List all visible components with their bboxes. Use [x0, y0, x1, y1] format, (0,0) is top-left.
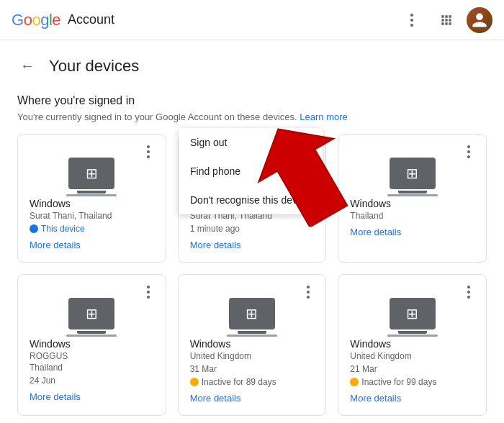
more-details-link-3[interactable]: More details — [350, 227, 474, 237]
device-name-3: Windows — [350, 198, 474, 209]
device-date-4: 24 Jun — [30, 376, 154, 386]
device-laptop-icon-4: ⊞ — [68, 298, 114, 329]
device-name-5: Windows — [190, 338, 315, 350]
device-name-4: Windows — [30, 338, 154, 350]
device-date-5: 31 Mar — [190, 364, 315, 374]
page-content: ← Your devices Where you're signed in Yo… — [0, 40, 504, 423]
device-location-5: United Kingdom — [190, 351, 315, 361]
vertical-dots-icon — [410, 14, 413, 27]
device-icon-wrap-5: ⊞ — [190, 298, 315, 329]
device-badge-1: This device — [30, 224, 154, 234]
windows-logo-6: ⊞ — [406, 305, 418, 322]
device-time-2: 1 minute ago — [190, 224, 315, 234]
device-laptop-icon-3: ⊞ — [390, 158, 436, 189]
page-title: Your devices — [49, 57, 139, 76]
google-logo: Google Account — [12, 11, 114, 29]
device-date-6: 21 Mar — [350, 364, 474, 374]
windows-logo-1: ⊞ — [86, 165, 98, 182]
device-location-6: United Kingdom — [350, 351, 474, 361]
section-desc: You're currently signed in to your Googl… — [17, 112, 487, 122]
vertical-dots-icon — [467, 286, 470, 299]
vertical-dots-icon — [307, 286, 310, 299]
inactive-badge-5: Inactive for 89 days — [190, 377, 315, 387]
back-button[interactable]: ← — [17, 55, 37, 77]
vertical-dots-icon — [147, 145, 150, 158]
device-location-3: Thailand — [350, 211, 474, 221]
windows-logo-5: ⊞ — [246, 305, 258, 322]
learn-more-link[interactable]: Learn more — [300, 112, 347, 122]
context-menu-sign-out[interactable]: Sign out — [179, 128, 323, 157]
device-location-4a: ROGGUS — [30, 351, 154, 361]
section-title: Where you're signed in — [17, 94, 487, 107]
device-icon-wrap-1: ⊞ — [30, 158, 154, 189]
logo-o2: o — [32, 11, 40, 29]
warning-dot-6 — [350, 378, 359, 386]
context-menu-dont-recognise[interactable]: Don't recognise this dev… — [179, 186, 323, 214]
device-name-6: Windows — [350, 338, 474, 350]
logo-e: e — [52, 11, 60, 29]
warning-dot-5 — [190, 378, 199, 386]
device-name-1: Windows — [30, 198, 154, 209]
avatar-icon — [471, 12, 488, 29]
device-card-4: ⊞ Windows ROGGUS Thailand 24 Jun More de… — [17, 274, 166, 416]
inactive-badge-6: Inactive for 99 days — [350, 377, 474, 387]
badge-dot-1 — [30, 224, 38, 233]
more-details-link-1[interactable]: More details — [30, 240, 154, 250]
grid-icon — [439, 13, 454, 27]
device-grid-row2: ⊞ Windows ROGGUS Thailand 24 Jun More de… — [17, 274, 487, 416]
device-icon-wrap-6: ⊞ — [350, 298, 474, 329]
header-actions — [397, 6, 492, 35]
logo-o1: o — [24, 11, 32, 29]
device-laptop-icon-1: ⊞ — [68, 158, 114, 189]
more-details-link-6[interactable]: More details — [350, 393, 474, 404]
device-card-1: ⊞ Windows Surat Thani, Thailand This dev… — [17, 134, 166, 263]
back-nav: ← Your devices — [17, 40, 487, 83]
app-header: Google Account — [0, 0, 504, 40]
device-card-5: ⊞ Windows United Kingdom 31 Mar Inactive… — [178, 274, 327, 416]
device-card-6: ⊞ Windows United Kingdom 21 Mar Inactive… — [338, 274, 487, 416]
device-icon-wrap-3: ⊞ — [350, 158, 474, 189]
context-menu-find-phone[interactable]: Find phone — [179, 157, 323, 186]
device-icon-wrap-4: ⊞ — [30, 298, 154, 329]
device-laptop-icon-5: ⊞ — [229, 298, 275, 329]
more-options-button[interactable] — [397, 6, 426, 35]
windows-logo-4: ⊞ — [86, 305, 98, 322]
context-menu: Sign out Find phone Don't recognise this… — [179, 128, 323, 214]
more-details-link-5[interactable]: More details — [190, 393, 315, 404]
windows-logo-3: ⊞ — [406, 165, 418, 182]
logo-g2: g — [40, 11, 49, 29]
apps-button[interactable] — [432, 6, 461, 35]
more-details-link-4[interactable]: More details — [30, 391, 154, 402]
device-location-4b: Thailand — [30, 363, 154, 373]
vertical-dots-icon — [147, 286, 150, 299]
user-avatar[interactable] — [467, 7, 492, 33]
device-laptop-icon-6: ⊞ — [390, 298, 436, 329]
device-location-1: Surat Thani, Thailand — [30, 211, 154, 221]
vertical-dots-icon — [467, 145, 470, 158]
logo-g: G — [12, 11, 24, 29]
more-details-link-2[interactable]: More details — [190, 240, 315, 250]
app-title: Account — [68, 12, 114, 27]
device-card-3: ⊞ Windows Thailand More details — [338, 134, 487, 263]
